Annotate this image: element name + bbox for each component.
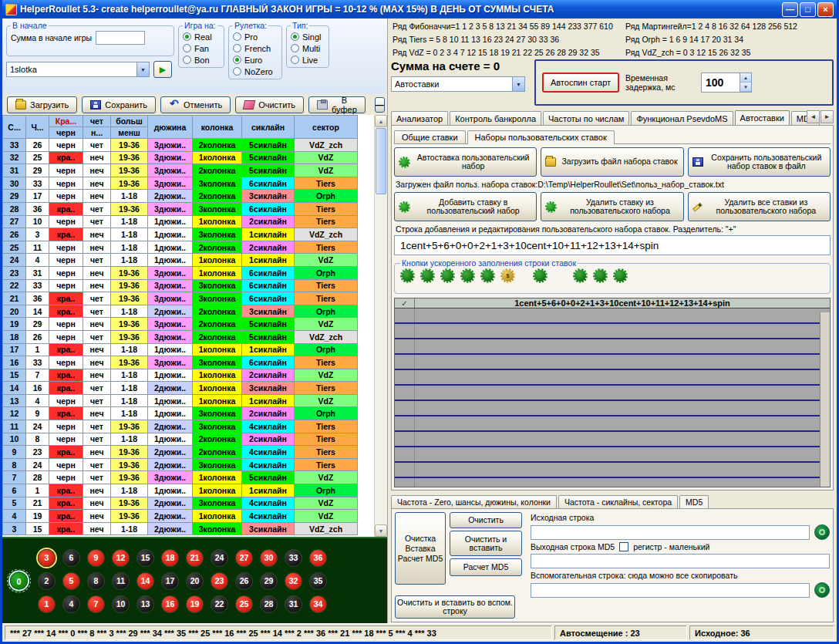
wheel-number-15[interactable]: 15	[136, 549, 154, 567]
toolbar-button[interactable]: В буфер	[308, 96, 366, 113]
table-row[interactable]: 1416кра..чет1-182дюжи..1колонка3сиклайнT…	[3, 382, 358, 395]
md5-all-in-one-button[interactable]: Очистка Вставка Расчет MD5	[395, 512, 446, 585]
table-row[interactable]: 1929черннеч19-363дюжи..2колонка5сиклайнV…	[3, 318, 358, 331]
table-row[interactable]: 419кра..неч19-362дюжи..1колонка4сиклайнV…	[3, 510, 358, 523]
delay-spinner[interactable]: 100 ▲ ▼	[701, 72, 752, 93]
wheel-number-11[interactable]: 11	[112, 572, 130, 590]
action-button[interactable]: Удалить ставку из пользовательского набо…	[541, 192, 683, 221]
toolbar-button[interactable]: Загрузить	[7, 96, 77, 113]
table-row[interactable]: 2836кра..чет19-363дюжи..3колонка6сиклайн…	[3, 202, 358, 215]
autobets-select[interactable]: Автоставки ▼	[391, 76, 525, 92]
radio-option-french[interactable]: French	[233, 42, 278, 54]
wheel-number-26[interactable]: 26	[235, 572, 253, 590]
table-row[interactable]: 2917черннеч1-182дюжи..2колонка3сиклайнOr…	[3, 190, 358, 203]
wheel-number-16[interactable]: 16	[161, 595, 179, 613]
list-row[interactable]	[395, 401, 830, 416]
chip-button-6[interactable]: $	[500, 268, 515, 283]
wheel-number-5[interactable]: 5	[62, 572, 80, 590]
scrollbar-thumb[interactable]	[376, 128, 386, 194]
table-row[interactable]: 2136кра..чет19-363дюжи..3колонка6сиклайн…	[3, 292, 358, 305]
md5-clear-button[interactable]: Очистить	[450, 512, 522, 528]
wheel-number-28[interactable]: 28	[260, 595, 278, 613]
chip-button-7[interactable]	[533, 268, 548, 283]
lowercase-checkbox[interactable]	[619, 542, 628, 551]
minimize-button[interactable]: —	[782, 2, 798, 17]
list-row[interactable]	[395, 309, 830, 324]
table-row[interactable]: 315кра..неч1-182дюжи..3колонка3сиклайнVd…	[3, 522, 358, 535]
tab-общие-ставки[interactable]: Общие ставки	[394, 130, 466, 143]
table-row[interactable]: 1633черннеч19-363дюжи..3колонка6сиклайнT…	[3, 356, 358, 369]
wheel-number-36[interactable]: 36	[309, 549, 327, 567]
chip-button-9[interactable]	[593, 268, 608, 283]
table-row[interactable]: 521кра..неч19-362дюжи..3колонка4сиклайнV…	[3, 497, 358, 510]
tab-scroll-right-button[interactable]: ►	[820, 110, 834, 123]
wheel-number-8[interactable]: 8	[87, 572, 105, 590]
radio-option-real[interactable]: Real	[183, 31, 220, 42]
tab-наборы-пользовательских-ставок[interactable]: Наборы пользовательских ставок	[467, 130, 615, 144]
scrollbar-track[interactable]	[375, 195, 387, 524]
table-row[interactable]: 923кра..неч19-362дюжи..2колонка4сиклайнT…	[3, 446, 358, 459]
wheel-number-34[interactable]: 34	[309, 595, 327, 613]
wheel-number-0[interactable]: 0	[10, 572, 28, 590]
spinner-down-button[interactable]: ▼	[740, 83, 751, 92]
table-row[interactable]: 2710чернчет1-181дюжи..1колонка2сиклайнTi…	[3, 215, 358, 228]
tab-md5[interactable]: MD5	[679, 495, 709, 509]
table-row[interactable]: 244чернчет1-181дюжи..1колонка1сиклайнVdZ	[3, 254, 358, 267]
action-button[interactable]: Загрузить файл набора ставок	[541, 147, 683, 177]
tab-функционал-psevdoms[interactable]: Функционал PsevdoMS	[631, 111, 733, 125]
close-button[interactable]: ×	[817, 2, 834, 17]
wheel-number-35[interactable]: 35	[309, 572, 327, 590]
md5-copy-source-button[interactable]	[814, 524, 830, 540]
tab-автоставки[interactable]: Автоставки	[735, 110, 790, 126]
list-row[interactable]	[395, 478, 830, 487]
table-row[interactable]: 824чернчет19-362дюжи..3колонка4сиклайнTi…	[3, 458, 358, 471]
tab-частоты-по-числам[interactable]: Частоты по числам	[543, 111, 629, 125]
list-row[interactable]	[395, 416, 830, 432]
collapse-button[interactable]: —	[375, 97, 385, 113]
chip-button-5[interactable]	[480, 268, 495, 283]
table-row[interactable]: 263кра..неч1-181дюжи..3колонка1сиклайнVd…	[3, 228, 358, 241]
wheel-number-17[interactable]: 17	[161, 572, 179, 590]
autospin-start-button[interactable]: Автоспин старт	[542, 72, 619, 93]
md5-source-input[interactable]	[531, 525, 810, 540]
table-scrollbar[interactable]: ▲ ▼	[374, 115, 387, 537]
radio-option-live[interactable]: Live	[291, 54, 325, 66]
radio-option-multi[interactable]: Multi	[291, 42, 325, 54]
slot-select[interactable]: 1slotka ▼	[6, 62, 150, 77]
wheel-number-7[interactable]: 7	[87, 595, 105, 613]
tab-частота---сиклайны-сектора[interactable]: Частота - сиклайны, сектора	[558, 495, 678, 508]
toolbar-button[interactable]: Сохранить	[82, 96, 156, 113]
radio-option-euro[interactable]: Euro	[233, 54, 278, 66]
wheel-number-24[interactable]: 24	[211, 549, 228, 567]
radio-option-singl[interactable]: Singl	[291, 31, 325, 42]
action-button[interactable]: Автоставка пользовательский набор	[394, 147, 537, 177]
chip-button-10[interactable]	[613, 268, 628, 283]
wheel-number-6[interactable]: 6	[62, 549, 80, 567]
action-button[interactable]: Сохранить пользовательский набор ставок …	[688, 147, 831, 177]
scroll-up-button[interactable]: ▲	[375, 115, 387, 127]
bet-string-input[interactable]	[394, 235, 831, 255]
toolbar-button[interactable]: Отменить	[160, 96, 231, 113]
wheel-number-3[interactable]: 3	[38, 549, 56, 567]
table-row[interactable]: 1826чернчет19-363дюжи..2колонка5сиклайнV…	[3, 330, 358, 343]
wheel-number-27[interactable]: 27	[235, 549, 253, 567]
chip-button-4[interactable]	[460, 268, 475, 283]
tab-scroll-left-button[interactable]: ◄	[807, 110, 820, 123]
radio-option-nozero[interactable]: NoZero	[233, 66, 278, 77]
list-row[interactable]	[395, 355, 830, 370]
md5-helper-input[interactable]	[531, 583, 810, 598]
list-row[interactable]	[395, 370, 830, 386]
md5-copy-helper-button[interactable]	[814, 582, 830, 598]
md5-clear-paste-helper-button[interactable]: Очистить и вставить во вспом. строку	[395, 595, 515, 619]
table-row[interactable]: 2233черннеч19-363дюжи..3колонка6сиклайнT…	[3, 279, 358, 292]
chip-button-8[interactable]	[573, 268, 588, 283]
play-button[interactable]: ▶	[153, 61, 172, 78]
table-row[interactable]: 129кра..неч1-181дюжи..3колонка2сиклайнOr…	[3, 407, 358, 420]
list-row[interactable]	[395, 432, 830, 447]
md5-clear-paste-button[interactable]: Очистить и вставить	[450, 531, 522, 556]
wheel-number-18[interactable]: 18	[161, 549, 179, 567]
spinner-up-button[interactable]: ▲	[740, 73, 751, 83]
md5-output-input[interactable]	[531, 554, 830, 568]
list-row[interactable]	[395, 386, 830, 401]
wheel-number-12[interactable]: 12	[112, 549, 130, 567]
